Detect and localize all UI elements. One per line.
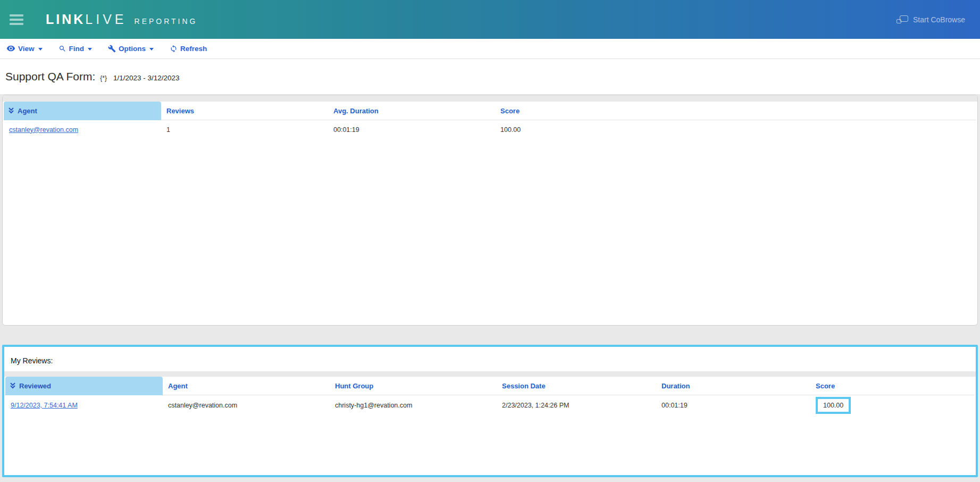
avg-duration-value: 00:01:19 xyxy=(328,126,495,134)
session-date-value: 2/23/2023, 1:24:26 PM xyxy=(497,402,656,409)
eye-icon xyxy=(6,45,15,52)
wrench-icon xyxy=(108,45,116,53)
column-header-avg-duration[interactable]: Avg. Duration xyxy=(328,107,495,115)
double-chevron-down-icon xyxy=(10,382,16,389)
double-chevron-down-icon xyxy=(8,107,14,114)
column-header-reviewed[interactable]: Reviewed xyxy=(5,377,163,395)
menu-icon[interactable] xyxy=(10,14,23,25)
agent-link[interactable]: cstanley@revation.com xyxy=(9,126,78,134)
find-menu-button[interactable]: Find xyxy=(58,45,93,53)
logo-reporting: REPORTING xyxy=(135,17,198,26)
column-header-reviewed-label: Reviewed xyxy=(19,382,51,390)
view-menu-button[interactable]: View xyxy=(6,45,43,53)
reviews-value: 1 xyxy=(161,126,328,134)
column-header-hunt-group[interactable]: Hunt Group xyxy=(330,382,497,390)
column-header-agent[interactable]: Agent xyxy=(163,382,330,390)
logo-live: LIVE xyxy=(85,12,127,27)
section-gap xyxy=(2,326,978,345)
hunt-group-value: christy-hg1@revation.com xyxy=(330,402,497,409)
column-header-score[interactable]: Score xyxy=(810,382,975,390)
chevron-down-icon xyxy=(149,48,154,51)
column-header-agent-label: Agent xyxy=(18,107,37,115)
my-reviews-label: My Reviews: xyxy=(4,347,976,371)
options-label: Options xyxy=(119,45,146,53)
start-cobrowse-label: Start CoBrowse xyxy=(913,15,965,24)
refresh-icon xyxy=(170,45,178,53)
score-value: 100.00 xyxy=(495,126,976,134)
agent-value: cstanley@revation.com xyxy=(163,402,330,409)
reviewed-link[interactable]: 9/12/2023, 7:54:41 AM xyxy=(11,402,78,409)
chevron-down-icon xyxy=(38,48,43,51)
view-label: View xyxy=(18,45,35,53)
my-reviews-row: 9/12/2023, 7:54:41 AM cstanley@revation.… xyxy=(5,395,975,415)
app-logo: LINK LIVE REPORTING xyxy=(46,12,198,27)
column-header-agent[interactable]: Agent xyxy=(4,102,161,120)
date-range: 1/1/2023 - 3/12/2023 xyxy=(113,74,180,82)
logo-link: LINK xyxy=(46,12,85,27)
options-menu-button[interactable]: Options xyxy=(108,45,154,53)
search-icon xyxy=(58,45,66,53)
refresh-label: Refresh xyxy=(180,45,207,53)
duration-value: 00:01:19 xyxy=(656,402,810,409)
score-value: 100.00 xyxy=(823,402,843,409)
cobrowse-icon xyxy=(897,15,908,23)
highlighted-score-box: 100.00 xyxy=(816,397,851,414)
agents-table-row: cstanley@revation.com 1 00:01:19 100.00 xyxy=(4,120,976,139)
page-title: Support QA Form: xyxy=(5,70,95,83)
column-header-session-date[interactable]: Session Date xyxy=(497,382,656,390)
chevron-down-icon xyxy=(88,48,92,51)
agents-table-card: Agent Reviews Avg. Duration Score cstanl… xyxy=(2,95,978,326)
my-reviews-header-row: Reviewed Agent Hunt Group Session Date D… xyxy=(5,377,975,395)
start-cobrowse-button[interactable]: Start CoBrowse xyxy=(897,15,965,24)
title-filter-badge: {*} xyxy=(100,74,107,82)
find-label: Find xyxy=(69,45,85,53)
my-reviews-panel: My Reviews: Reviewed Agent Hunt Group Se… xyxy=(2,345,978,477)
column-header-duration[interactable]: Duration xyxy=(656,382,810,390)
refresh-button[interactable]: Refresh xyxy=(170,45,207,53)
app-header: LINK LIVE REPORTING Start CoBrowse xyxy=(0,0,980,39)
my-reviews-table-strip xyxy=(4,371,976,377)
title-bar: Support QA Form: {*} 1/1/2023 - 3/12/202… xyxy=(0,59,980,94)
column-header-reviews[interactable]: Reviews xyxy=(161,107,328,115)
column-header-score[interactable]: Score xyxy=(495,107,976,115)
content-area: Agent Reviews Avg. Duration Score cstanl… xyxy=(0,94,980,482)
card-top-strip xyxy=(3,95,977,102)
toolbar: View Find Options Refresh xyxy=(0,39,980,59)
agents-table-header-row: Agent Reviews Avg. Duration Score xyxy=(4,102,976,120)
